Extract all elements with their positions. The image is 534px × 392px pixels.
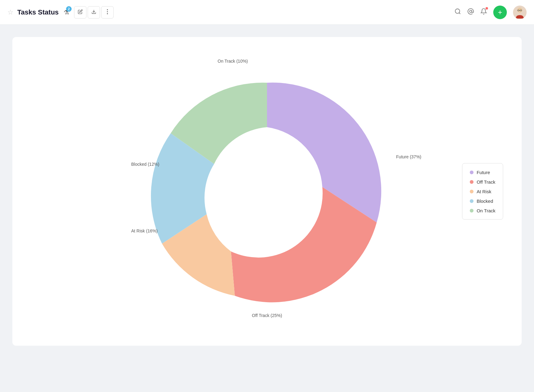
avatar[interactable] — [513, 6, 527, 19]
svg-point-4 — [455, 9, 460, 13]
donut-svg — [144, 68, 390, 315]
legend-label-blocked: Blocked — [477, 198, 493, 204]
more-button[interactable] — [101, 6, 114, 19]
page-title: Tasks Status — [17, 8, 59, 16]
filter-badge: 2 — [66, 6, 72, 12]
legend-item-blocked: Blocked — [470, 198, 495, 204]
legend: Future Off Track At Risk Blocked On Trac… — [462, 163, 503, 220]
svg-point-6 — [469, 10, 472, 12]
svg-point-2 — [107, 11, 108, 12]
label-ontrack: On Track (10%) — [218, 59, 248, 64]
legend-dot-blocked — [470, 199, 474, 203]
notification-badge — [486, 7, 488, 10]
label-blocked: Blocked (12%) — [131, 162, 159, 167]
legend-label-ontrack: On Track — [477, 208, 495, 213]
add-button[interactable]: + — [493, 6, 507, 19]
notification-icon[interactable] — [480, 8, 487, 17]
header: ☆ Tasks Status ⚗ 2 — [0, 0, 534, 25]
legend-dot-offtrack — [470, 180, 474, 184]
plus-icon: + — [498, 8, 502, 17]
toolbar — [74, 6, 114, 19]
legend-item-offtrack: Off Track — [470, 179, 495, 185]
legend-dot-atrisk — [470, 190, 474, 193]
search-icon[interactable] — [454, 8, 461, 17]
legend-dot-future — [470, 170, 474, 174]
legend-item-ontrack: On Track — [470, 208, 495, 213]
header-right: + — [454, 6, 527, 19]
legend-label-offtrack: Off Track — [477, 179, 495, 185]
chart-card: Future (37%) Off Track (25%) At Risk (16… — [12, 37, 522, 346]
label-atrisk: At Risk (16%) — [131, 228, 158, 233]
svg-point-3 — [107, 13, 108, 14]
edit-button[interactable] — [74, 6, 86, 19]
mention-icon[interactable] — [467, 8, 474, 17]
download-icon — [91, 9, 96, 15]
edit-icon — [78, 9, 83, 15]
star-icon[interactable]: ☆ — [7, 8, 14, 16]
legend-label-future: Future — [477, 170, 490, 175]
label-future: Future (37%) — [396, 154, 421, 159]
legend-item-atrisk: At Risk — [470, 189, 495, 194]
header-left: ☆ Tasks Status ⚗ 2 — [7, 6, 454, 19]
filter-button[interactable]: ⚗ 2 — [62, 7, 70, 17]
legend-item-future: Future — [470, 170, 495, 175]
donut-chart: Future (37%) Off Track (25%) At Risk (16… — [144, 68, 390, 315]
legend-label-atrisk: At Risk — [477, 189, 491, 194]
more-icon — [107, 9, 108, 15]
download-button[interactable] — [88, 6, 100, 19]
svg-point-1 — [107, 9, 108, 10]
svg-line-5 — [459, 13, 460, 14]
legend-dot-ontrack — [470, 209, 474, 212]
label-offtrack: Off Track (25%) — [252, 313, 282, 318]
main-content: Future (37%) Off Track (25%) At Risk (16… — [0, 25, 534, 358]
